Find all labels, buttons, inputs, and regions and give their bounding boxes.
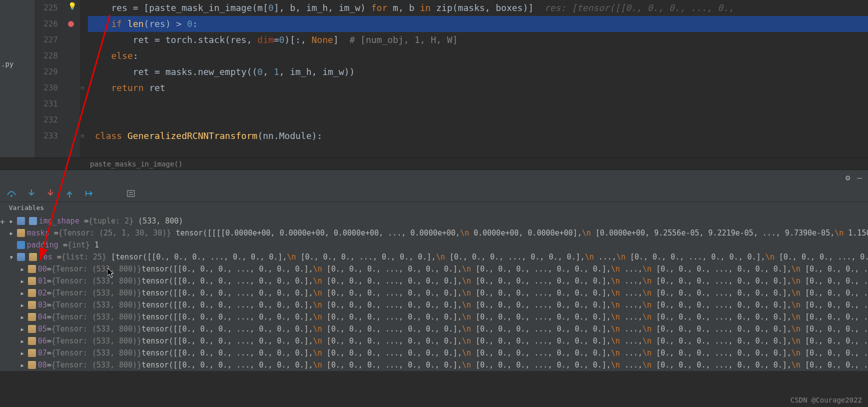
var-icon [28, 325, 36, 333]
expand-icon[interactable]: ▶ [19, 362, 26, 368]
code-line[interactable] [88, 96, 868, 112]
code-line-current[interactable]: if len(res) > 0: [88, 16, 868, 32]
gear-icon[interactable]: ⚙ [846, 173, 851, 182]
var-value: tensor([[0., 0., 0., ..., 0., 0., 0.],\n… [141, 264, 868, 274]
var-value: [tensor([[0., 0., 0., ..., 0., 0., 0.],\… [111, 252, 868, 262]
var-value: tensor([[0., 0., 0., ..., 0., 0., 0.],\n… [141, 312, 868, 322]
line-number: 227 [35, 32, 58, 48]
breadcrumb-item[interactable]: paste_masks_in_image() [90, 160, 182, 168]
fold-icon[interactable]: ⊟ [81, 85, 84, 90]
code-line[interactable] [88, 112, 868, 128]
expand-icon[interactable]: ▶ [19, 338, 26, 344]
fold-column[interactable]: ⊟ ⊟ [80, 0, 88, 158]
var-name: 00 [38, 264, 47, 274]
var-name: 06 [38, 336, 47, 346]
var-name: res [39, 252, 52, 262]
var-icon [28, 277, 36, 285]
variable-row[interactable]: ▶ 01 = {Tensor: (533, 800)} tensor([[0.,… [5, 275, 868, 287]
var-value: tensor([[0., 0., 0., ..., 0., 0., 0.],\n… [141, 336, 868, 346]
step-out-icon[interactable] [66, 190, 73, 198]
var-icon [28, 301, 36, 309]
var-icon [28, 313, 36, 321]
var-value: (533, 800) [138, 216, 183, 226]
var-type: {Tensor: (533, 800)} [51, 348, 142, 358]
project-sidebar[interactable]: .py [0, 0, 35, 158]
expand-icon[interactable]: ▶ [19, 278, 26, 284]
debug-header: ⚙ — [0, 170, 868, 185]
breakpoint-column[interactable]: 💡 [65, 0, 80, 158]
var-name: 08 [38, 360, 47, 370]
watermark: CSDN @Courage2022 [791, 396, 862, 404]
var-type: {Tensor: (533, 800)} [51, 300, 142, 310]
expand-icon[interactable]: ▶ [19, 314, 26, 320]
expand-icon[interactable]: ▶ [19, 302, 26, 308]
variable-row[interactable]: ▶ img_shape = {tuple: 2} (533, 800) [5, 215, 868, 227]
code-line[interactable]: res = [paste_mask_in_image(m[0], b, im_h… [88, 0, 868, 16]
var-name: padding [27, 240, 58, 250]
var-name: 07 [38, 348, 47, 358]
variable-row[interactable]: ▼ res = {list: 25} [tensor([[0., 0., 0.,… [5, 251, 868, 263]
bulb-icon[interactable]: 💡 [68, 2, 76, 10]
variable-row[interactable]: ▶ 04 = {Tensor: (533, 800)} tensor([[0.,… [5, 311, 868, 323]
variable-row[interactable]: ▶ 08 = {Tensor: (533, 800)} tensor([[0.,… [5, 359, 868, 371]
var-type: {Tensor: (533, 800)} [51, 264, 142, 274]
var-type: {list: 25} [61, 252, 106, 262]
code-line[interactable]: else: [88, 48, 868, 64]
line-number: 233 [35, 128, 58, 144]
variable-row[interactable]: ▶ 00 = {Tensor: (533, 800)} tensor([[0.,… [5, 263, 868, 275]
code-area[interactable]: res = [paste_mask_in_image(m[0], b, im_h… [88, 0, 868, 158]
debug-toolbar [0, 185, 868, 202]
variable-row[interactable]: ▶ masks = {Tensor: (25, 1, 30, 30)} tens… [5, 227, 868, 239]
line-number: 230 [35, 80, 58, 96]
variable-row[interactable]: ▶ 05 = {Tensor: (533, 800)} tensor([[0.,… [5, 323, 868, 335]
collapse-icon[interactable]: ▼ [8, 254, 15, 260]
run-to-cursor-icon[interactable] [85, 190, 93, 197]
expand-icon[interactable]: ▶ [19, 290, 26, 296]
svg-rect-1 [127, 190, 134, 196]
var-type: {Tensor: (25, 1, 30, 30)} [58, 228, 171, 238]
fold-icon[interactable]: ⊟ [81, 133, 84, 138]
var-name: masks [27, 228, 49, 238]
line-number: 226 [35, 16, 58, 32]
add-watch-icon[interactable]: + [0, 217, 5, 226]
svg-point-0 [10, 195, 12, 197]
var-icon [17, 253, 25, 261]
var-name: 04 [38, 312, 47, 322]
force-step-into-icon[interactable] [47, 190, 54, 198]
var-type: {Tensor: (533, 800)} [51, 276, 142, 286]
evaluate-icon[interactable] [127, 190, 135, 197]
step-into-icon[interactable] [28, 190, 35, 198]
code-line[interactable]: class GeneralizedRCNNTransform(nn.Module… [88, 128, 868, 144]
variables-tab[interactable]: Variables [5, 202, 868, 215]
expand-icon[interactable]: ▶ [8, 230, 15, 236]
variables-list: ▶ img_shape = {tuple: 2} (533, 800) ▶ ma… [5, 215, 868, 371]
var-icon [17, 217, 25, 225]
var-value: tensor([[[[0.0000e+00, 0.0000e+00, 0.000… [176, 228, 868, 238]
line-number: 225 [35, 0, 58, 16]
expand-icon[interactable]: ▶ [19, 350, 26, 356]
file-extension: .py [1, 60, 13, 68]
var-icon [28, 349, 36, 357]
code-line[interactable]: ret = masks.new_empty((0, 1, im_h, im_w)… [88, 64, 868, 80]
expand-icon[interactable]: ▶ [19, 326, 26, 332]
variable-row[interactable]: ▶ padding = {int} 1 [5, 239, 868, 251]
var-type: {int} [67, 240, 90, 250]
code-line[interactable]: return ret [88, 80, 868, 96]
variable-row[interactable]: ▶ 02 = {Tensor: (533, 800)} tensor([[0.,… [5, 287, 868, 299]
var-value: tensor([[0., 0., 0., ..., 0., 0., 0.],\n… [141, 348, 868, 358]
code-line[interactable]: ret = torch.stack(res, dim=0)[:, None] #… [88, 32, 868, 48]
inlay-hint: res: [tensor([[0., 0., 0., ..., 0., [545, 2, 734, 13]
minimize-icon[interactable]: — [857, 173, 862, 182]
expand-icon[interactable]: ▶ [19, 266, 26, 272]
variable-row[interactable]: ▶ 07 = {Tensor: (533, 800)} tensor([[0.,… [5, 347, 868, 359]
var-icon [17, 241, 25, 249]
var-icon [29, 253, 37, 261]
var-icon [29, 217, 37, 225]
expand-icon[interactable]: ▶ [8, 218, 15, 224]
breakpoint-icon[interactable] [68, 21, 74, 27]
variable-row[interactable]: ▶ 06 = {Tensor: (533, 800)} tensor([[0.,… [5, 335, 868, 347]
step-over-icon[interactable] [7, 190, 16, 197]
breadcrumb[interactable]: paste_masks_in_image() [0, 158, 868, 170]
line-number: 228 [35, 48, 58, 64]
variable-row[interactable]: ▶ 03 = {Tensor: (533, 800)} tensor([[0.,… [5, 299, 868, 311]
